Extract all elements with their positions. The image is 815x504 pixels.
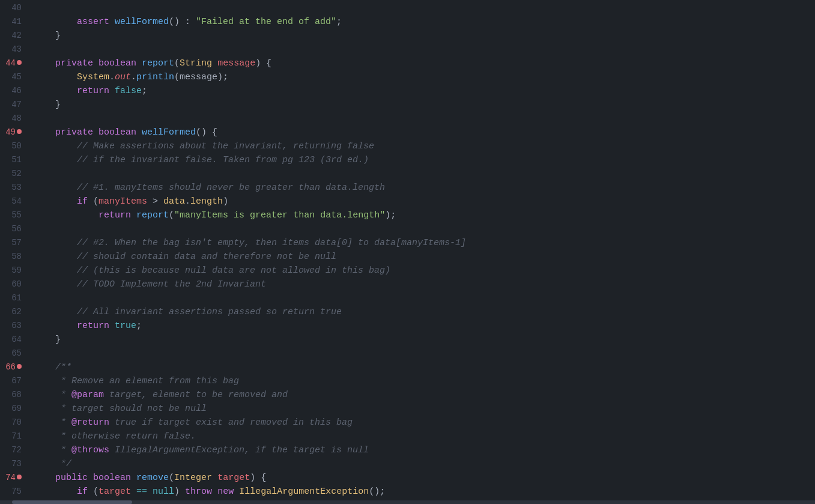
code-line: 71 * otherwise return false. xyxy=(0,430,815,443)
line-content: return true; xyxy=(31,319,815,333)
token xyxy=(93,58,98,68)
line-content xyxy=(31,1,815,15)
code-line: 66 /** xyxy=(0,360,815,374)
line-number: 57 xyxy=(0,236,31,250)
line-number: 51 xyxy=(0,153,31,167)
token xyxy=(34,196,77,207)
code-line: 41 assert wellFormed() : "Failed at the … xyxy=(0,15,815,29)
token: > xyxy=(147,196,163,207)
code-line: 74 public boolean remove(Integer target)… xyxy=(0,471,815,485)
breakpoint-dot[interactable] xyxy=(17,475,22,479)
token: * target should not be null xyxy=(34,404,207,414)
token: private xyxy=(55,58,93,68)
line-content: public boolean remove(Integer target) { xyxy=(31,471,815,485)
token xyxy=(34,86,77,96)
token: "manyItems is greater than data.length" xyxy=(174,210,385,220)
code-line: 54 if (manyItems > data.length) xyxy=(0,195,815,208)
breakpoint-dot[interactable] xyxy=(17,60,22,65)
line-content xyxy=(31,167,815,181)
line-number: 68 xyxy=(0,388,31,402)
code-line: 59 // (this is because null data are not… xyxy=(0,264,815,278)
token xyxy=(34,210,98,220)
token: out xyxy=(115,72,131,82)
token: if xyxy=(77,196,88,207)
token xyxy=(34,487,77,497)
token: } xyxy=(34,335,61,345)
token: report xyxy=(136,210,169,220)
code-line: 62 // All invariant assertions passed so… xyxy=(0,305,815,319)
token xyxy=(34,72,77,82)
code-line: 63 return true; xyxy=(0,319,815,333)
code-line: 51 // if the invariant false. Taken from… xyxy=(0,153,815,167)
line-number: 43 xyxy=(0,43,31,56)
line-content: // All invariant assertions passed so re… xyxy=(31,305,815,319)
token: () { xyxy=(196,127,217,138)
code-line: 50 // Make assertions about the invarian… xyxy=(0,139,815,153)
line-content: assert wellFormed() : "Failed at the end… xyxy=(31,15,815,29)
token: * xyxy=(34,390,71,400)
code-line: 46 return false; xyxy=(0,84,815,98)
line-number: 65 xyxy=(0,347,31,360)
token: ; xyxy=(136,321,142,331)
code-line: 75 if (target == null) throw new Illegal… xyxy=(0,485,815,499)
code-line: 58 // should contain data and therefore … xyxy=(0,250,815,264)
line-content xyxy=(31,291,815,305)
code-line: 72 * @throws IllegalArgumentException, i… xyxy=(0,443,815,457)
token xyxy=(136,58,142,68)
line-content: // #2. When the bag isn't empty, then it… xyxy=(31,236,815,250)
code-line: 68 * @param target, element to be remove… xyxy=(0,388,815,402)
breakpoint-dot[interactable] xyxy=(17,129,22,134)
line-number: 53 xyxy=(0,181,31,195)
line-content: * @return true if target exist and remov… xyxy=(31,416,815,430)
line-content: * target should not be null xyxy=(31,402,815,416)
line-content: // #1. manyItems should never be greater… xyxy=(31,181,815,195)
line-content: private boolean report(String message) { xyxy=(31,56,815,70)
token: target xyxy=(98,487,131,497)
token: ) xyxy=(174,487,185,497)
line-number: 64 xyxy=(0,333,31,347)
token xyxy=(34,58,55,68)
line-number: 52 xyxy=(0,167,31,181)
breakpoint-dot[interactable] xyxy=(17,364,22,369)
token: } xyxy=(34,100,61,110)
token: ) { xyxy=(250,473,266,483)
line-number: 71 xyxy=(0,430,31,443)
token: * xyxy=(34,445,71,455)
token: ( xyxy=(169,210,174,220)
line-number: 45 xyxy=(0,70,31,84)
token: null xyxy=(153,487,174,497)
scrollbar-track[interactable] xyxy=(0,500,815,504)
code-line: 47 } xyxy=(0,98,815,112)
line-number: 49 xyxy=(0,126,31,139)
token: . xyxy=(109,72,115,82)
token: message xyxy=(212,58,255,68)
scrollbar-thumb[interactable] xyxy=(12,500,132,504)
token: println xyxy=(136,72,174,82)
line-number: 70 xyxy=(0,416,31,430)
token: "Failed at the end of add" xyxy=(196,17,336,27)
scrollbar-area[interactable] xyxy=(0,499,815,504)
code-line: 45 System.out.println(message); xyxy=(0,70,815,84)
code-line: 56 xyxy=(0,222,815,236)
code-line: 53 // #1. manyItems should never be grea… xyxy=(0,181,815,195)
token: @param xyxy=(71,390,104,400)
line-content: // Make assertions about the invariant, … xyxy=(31,139,815,153)
line-content: * @throws IllegalArgumentException, if t… xyxy=(31,443,815,457)
token: ) { xyxy=(255,58,271,68)
line-number: 40 xyxy=(0,1,31,15)
line-content: } xyxy=(31,333,815,347)
token: @throws xyxy=(71,445,109,455)
token: boolean xyxy=(98,127,136,138)
token: } xyxy=(34,31,61,41)
token: boolean xyxy=(98,58,136,68)
token: ); xyxy=(385,210,396,220)
token: */ xyxy=(34,459,71,469)
code-line: 57 // #2. When the bag isn't empty, then… xyxy=(0,236,815,250)
line-number: 44 xyxy=(0,56,31,70)
line-content: // if the invariant false. Taken from pg… xyxy=(31,153,815,167)
token xyxy=(131,473,136,483)
line-number: 46 xyxy=(0,84,31,98)
line-content: /** xyxy=(31,360,815,374)
token: data xyxy=(163,196,185,207)
line-number: 41 xyxy=(0,15,31,29)
